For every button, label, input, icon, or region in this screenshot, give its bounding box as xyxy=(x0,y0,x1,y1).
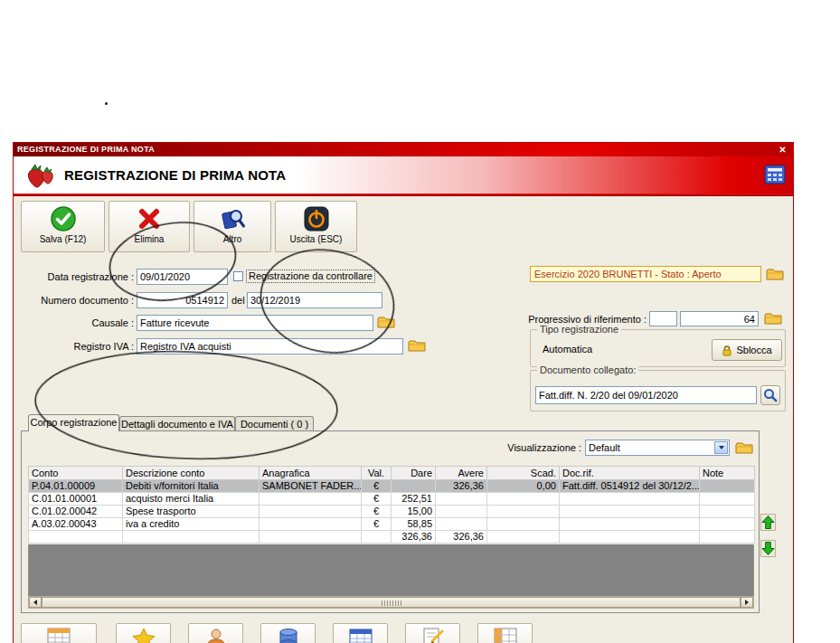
scrollbar-thumb[interactable] xyxy=(42,597,741,608)
tab-label: Dettagli documento e IVA xyxy=(121,419,233,430)
cell-scad[interactable]: 0,00 xyxy=(487,480,560,493)
cell-conto[interactable]: P.04.01.00009 xyxy=(29,480,123,493)
col-descrizione[interactable]: Descrizione conto xyxy=(123,467,260,480)
cell-avere[interactable] xyxy=(436,518,487,531)
progressivo-numero-input[interactable] xyxy=(680,311,759,326)
total-avere: 326,36 xyxy=(436,531,487,544)
sblocca-button[interactable]: Sblocca xyxy=(712,339,782,361)
window-titlebar[interactable]: REGISTRAZIONE DI PRIMA NOTA ✕ xyxy=(14,143,793,156)
progressivo-serie-input[interactable] xyxy=(649,311,677,326)
cell-docrif[interactable]: Fatt.diff. 0514912 del 30/12/2... xyxy=(560,480,700,493)
close-button[interactable]: ✕ xyxy=(779,143,787,156)
cell-docrif[interactable] xyxy=(560,506,700,518)
cell-conto[interactable]: A.03.02.00043 xyxy=(29,518,123,531)
user-icon xyxy=(204,628,228,643)
cell-dare[interactable] xyxy=(392,480,436,493)
bottom-database-button[interactable] xyxy=(260,623,316,643)
cell-descrizione[interactable]: acquisto merci Italia xyxy=(123,493,260,506)
esercizio-folder-icon[interactable] xyxy=(766,267,784,281)
cell-descrizione[interactable]: Spese trasporto xyxy=(123,506,260,518)
table-row[interactable]: C.01.01.00001 acquisto merci Italia € 25… xyxy=(29,493,755,506)
tab-dettagli-documento-iva[interactable]: Dettagli documento e IVA xyxy=(119,416,235,431)
cell-val[interactable]: € xyxy=(362,493,392,506)
scroll-right-button[interactable] xyxy=(741,597,753,608)
chevron-down-icon[interactable] xyxy=(714,441,728,454)
cell-docrif[interactable] xyxy=(560,518,700,531)
cell-val[interactable]: € xyxy=(362,518,392,531)
col-dare[interactable]: Dare xyxy=(392,467,436,480)
horizontal-scrollbar[interactable] xyxy=(28,596,754,609)
documento-data-input[interactable] xyxy=(247,292,382,308)
causale-input[interactable] xyxy=(137,315,373,331)
data-registrazione-input[interactable] xyxy=(137,269,228,285)
registrazione-da-controllare-label[interactable]: Registrazione da controllare xyxy=(246,269,375,283)
causale-folder-icon[interactable] xyxy=(377,315,395,329)
cell-scad[interactable] xyxy=(487,506,560,518)
visualizzazione-folder-icon[interactable] xyxy=(735,440,753,455)
cell-descrizione[interactable]: Debiti v/fornitori Italia xyxy=(123,480,260,493)
altro-button[interactable]: Altro xyxy=(193,201,271,252)
move-row-down-button[interactable] xyxy=(760,540,776,557)
col-conto[interactable]: Conto xyxy=(29,467,123,480)
cell-descrizione[interactable]: iva a credito xyxy=(123,518,260,531)
cell-note[interactable] xyxy=(700,506,755,518)
bottom-calendar-button[interactable] xyxy=(333,623,388,643)
cell-conto[interactable]: C.01.02.00042 xyxy=(29,506,123,518)
col-scad[interactable]: Scad. xyxy=(487,467,560,480)
table-row[interactable]: P.04.01.00009 Debiti v/fornitori Italia … xyxy=(29,480,755,493)
cell-note[interactable] xyxy=(700,518,755,531)
numero-documento-input[interactable] xyxy=(137,292,228,308)
exit-button[interactable]: Uscita (ESC) xyxy=(275,201,357,252)
col-docrif[interactable]: Doc.rif. xyxy=(560,467,700,480)
cell-anagrafica[interactable]: SAMBONET FADER... xyxy=(260,480,362,493)
registro-iva-folder-icon[interactable] xyxy=(408,338,426,353)
col-anagrafica[interactable]: Anagrafica xyxy=(260,467,362,480)
cell-avere[interactable] xyxy=(436,506,487,518)
bottom-user-button[interactable] xyxy=(188,623,243,643)
bottom-edit-document-button[interactable] xyxy=(405,623,460,643)
cell-note[interactable] xyxy=(700,480,755,493)
totals-row: 326,36 326,36 xyxy=(29,531,755,544)
cell-anagrafica[interactable] xyxy=(260,518,362,531)
save-button[interactable]: Salva (F12) xyxy=(21,201,105,252)
col-val[interactable]: Val. xyxy=(362,467,392,480)
delete-button[interactable]: Elimina xyxy=(109,201,190,252)
documento-collegato-search-button[interactable] xyxy=(760,385,780,405)
registrazione-da-controllare-checkbox[interactable] xyxy=(233,271,243,281)
strawberry-icon xyxy=(23,161,59,190)
cell-anagrafica[interactable] xyxy=(260,506,362,518)
tab-corpo-registrazione[interactable]: Corpo registrazione xyxy=(28,414,119,431)
cell-dare[interactable]: 252,51 xyxy=(392,493,436,506)
move-row-up-button[interactable] xyxy=(760,514,776,531)
documento-collegato-input[interactable] xyxy=(535,386,757,404)
cell-scad[interactable] xyxy=(487,518,560,531)
progressivo-folder-icon[interactable] xyxy=(764,311,782,326)
tab-documenti[interactable]: Documenti ( 0 ) xyxy=(235,416,314,431)
cell-conto[interactable]: C.01.01.00001 xyxy=(29,493,123,506)
cell-val[interactable]: € xyxy=(362,506,392,518)
cell-dare[interactable]: 15,00 xyxy=(392,506,436,518)
registrations-table[interactable]: Conto Descrizione conto Anagrafica Val. … xyxy=(28,466,755,544)
calculator-icon[interactable] xyxy=(764,165,786,184)
registro-iva-input[interactable] xyxy=(137,338,403,355)
col-avere[interactable]: Avere xyxy=(436,467,487,480)
cell-note[interactable] xyxy=(700,493,755,506)
col-note[interactable]: Note xyxy=(700,467,755,480)
scroll-left-button[interactable] xyxy=(29,597,42,608)
cell-avere[interactable]: 326,36 xyxy=(436,480,487,493)
cell-anagrafica[interactable] xyxy=(260,493,362,506)
cell-val[interactable]: € xyxy=(362,480,392,493)
visualizzazione-select[interactable]: Default xyxy=(585,440,730,456)
cell-docrif[interactable] xyxy=(560,493,700,506)
cell-avere[interactable] xyxy=(436,493,487,506)
table-row[interactable]: A.03.02.00043 iva a credito € 58,85 xyxy=(29,518,755,531)
bottom-grid-button[interactable] xyxy=(477,623,533,643)
visualizzazione-label: Visualizzazione : xyxy=(464,442,581,454)
cell-scad[interactable] xyxy=(487,493,560,506)
cell-dare[interactable]: 58,85 xyxy=(392,518,436,531)
bottom-favorites-button[interactable] xyxy=(116,623,171,643)
magnifier-icon xyxy=(763,388,778,402)
bottom-spreadsheet-button[interactable] xyxy=(21,623,97,643)
table-row[interactable]: C.01.02.00042 Spese trasporto € 15,00 xyxy=(29,506,755,518)
power-icon xyxy=(303,205,330,232)
